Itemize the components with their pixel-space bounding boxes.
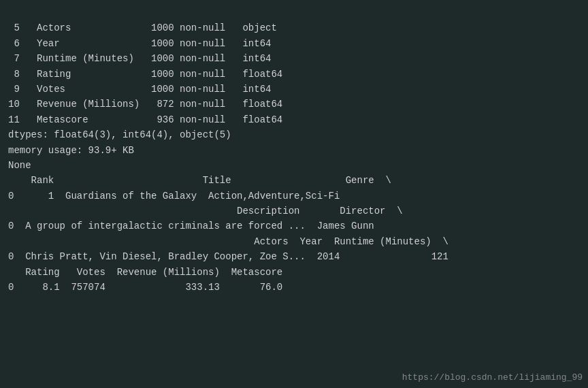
- terminal-line: None: [8, 158, 580, 173]
- terminal-line: dtypes: float64(3), int64(4), object(5): [8, 127, 580, 142]
- terminal-line: 7 Runtime (Minutes) 1000 non-null int64: [8, 51, 580, 66]
- terminal-line: 6 Year 1000 non-null int64: [8, 36, 580, 51]
- terminal-line: Rank Title Genre \: [8, 173, 580, 188]
- terminal-line: 9 Votes 1000 non-null int64: [8, 82, 580, 97]
- terminal-line: 0 Chris Pratt, Vin Diesel, Bradley Coope…: [8, 249, 580, 264]
- terminal-line: 0 1 Guardians of the Galaxy Action,Adven…: [8, 189, 580, 204]
- terminal-line: Description Director \: [8, 204, 580, 219]
- terminal-line: Actors Year Runtime (Minutes) \: [8, 234, 580, 249]
- terminal-output: 5 Actors 1000 non-null object 6 Year 100…: [0, 0, 588, 300]
- terminal-line: 5 Actors 1000 non-null object: [8, 20, 580, 35]
- terminal-line: 10 Revenue (Millions) 872 non-null float…: [8, 97, 580, 112]
- terminal-line: 11 Metascore 936 non-null float64: [8, 112, 580, 127]
- terminal-line: 8 Rating 1000 non-null float64: [8, 67, 580, 82]
- terminal-line: 0 A group of intergalactic criminals are…: [8, 219, 580, 233]
- terminal-line: Rating Votes Revenue (Millions) Metascor…: [8, 265, 580, 280]
- watermark: https://blog.csdn.net/lijiaming_99: [402, 372, 583, 383]
- terminal-line: 0 8.1 757074 333.13 76.0: [8, 280, 580, 295]
- terminal-line: memory usage: 93.9+ KB: [8, 143, 580, 158]
